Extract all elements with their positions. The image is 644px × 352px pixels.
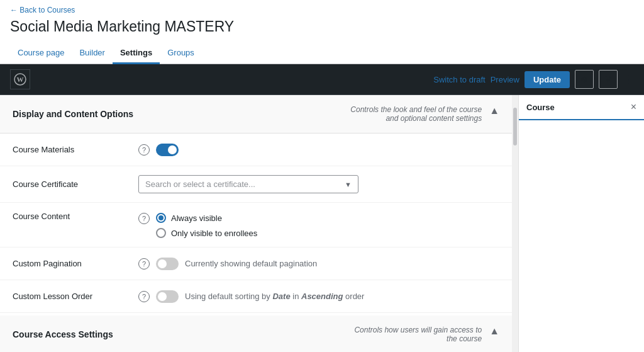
course-materials-help-icon[interactable]: ? [138,144,150,156]
course-materials-label: Course Materials [13,145,138,154]
course-content-control: ? Always visible Only visible to enrolle… [138,212,499,238]
switch-draft-button[interactable]: Switch to draft [433,75,485,84]
course-access-section-header: Course Access Settings Controls how user… [0,315,512,352]
custom-lesson-order-toggle[interactable] [156,290,179,303]
tabs-row: Course page Builder Settings Groups [0,43,644,64]
custom-pagination-toggle[interactable] [156,258,179,270]
wp-toolbar: W Switch to draft Preview Update ⚙ V ⋮ [0,64,644,95]
course-certificate-label: Course Certificate [13,179,138,189]
course-materials-control: ? [138,144,499,156]
only-enrollees-option[interactable]: Only visible to enrollees [156,228,257,238]
toolbar-actions: Switch to draft Preview Update ⚙ V ⋮ [433,70,634,89]
more-options-button[interactable]: ⋮ [623,72,634,86]
settings-content: Display and Content Options Controls the… [0,95,512,352]
custom-pagination-label: Custom Pagination [13,259,138,268]
course-certificate-control: Search or select a certificate... ▼ [138,175,499,193]
page-title: Social Media Marketing MASTERY [10,18,634,35]
course-materials-row: Course Materials ? [0,133,512,166]
custom-lesson-order-slider [156,290,179,303]
tab-settings[interactable]: Settings [113,43,160,64]
course-certificate-row: Course Certificate Search or select a ce… [0,166,512,203]
tab-builder[interactable]: Builder [72,43,112,64]
course-access-title: Course Access Settings [13,329,113,339]
course-access-collapse-icon[interactable]: ▲ [489,326,499,337]
tab-course-page[interactable]: Course page [10,43,72,64]
course-materials-toggle[interactable] [156,144,179,156]
custom-pagination-help-icon[interactable]: ? [138,258,150,270]
always-visible-option[interactable]: Always visible [156,213,257,223]
course-materials-slider [156,144,179,156]
custom-lesson-order-row: Custom Lesson Order ? Using default sort… [0,280,512,313]
more-icon: ⋮ [623,72,634,86]
custom-lesson-order-desc: Using default sorting by Date in Ascendi… [185,292,364,301]
cert-placeholder: Search or select a certificate... [145,179,255,189]
custom-lesson-order-control: ? Using default sorting by Date in Ascen… [138,290,499,303]
custom-pagination-slider [156,258,179,270]
always-visible-radio [156,213,166,223]
gear-icon: ⚙ [580,75,588,84]
custom-lesson-order-help-icon[interactable]: ? [138,291,150,302]
custom-pagination-control: ? Currently showing default pagination [138,258,499,270]
sidebar-title: Course [526,103,555,112]
v-icon: V [605,74,611,84]
display-content-title: Display and Content Options [13,109,133,119]
preview-button[interactable]: Preview [491,75,519,84]
gear-button[interactable]: ⚙ [575,70,594,89]
collapse-icon[interactable]: ▲ [489,105,499,116]
sidebar-header: Course × [519,95,644,120]
course-content-label: Course Content [13,212,138,221]
course-certificate-dropdown[interactable]: Search or select a certificate... ▼ [138,175,358,193]
custom-lesson-order-label: Custom Lesson Order [13,292,138,301]
back-to-courses-link[interactable]: ← Back to Courses [10,6,75,14]
tab-groups[interactable]: Groups [160,43,202,64]
course-content-help-icon[interactable]: ? [138,213,150,224]
main-layout: Display and Content Options Controls the… [0,95,644,352]
course-content-radio-group: Always visible Only visible to enrollees [156,213,257,238]
chevron-down-icon: ▼ [345,181,352,188]
scrollbar[interactable] [512,95,518,352]
display-content-description: Controls the look and feel of the course… [343,105,482,123]
only-enrollees-radio [156,228,166,238]
only-enrollees-label: Only visible to enrollees [171,229,257,238]
svg-text:W: W [17,76,24,83]
always-visible-label: Always visible [171,213,222,223]
custom-pagination-desc: Currently showing default pagination [185,259,317,268]
course-access-description: Controls how users will gain access to t… [343,326,482,343]
v-icon-button[interactable]: V [599,70,618,89]
custom-pagination-row: Custom Pagination ? Currently showing de… [0,247,512,280]
wp-logo: W [10,69,30,89]
scrollbar-thumb [513,108,517,145]
sidebar-close-button[interactable]: × [631,101,636,113]
course-content-row: Course Content ? Always visible Only vis… [0,203,512,247]
display-content-section-header: Display and Content Options Controls the… [0,95,512,133]
update-button[interactable]: Update [525,71,570,88]
right-sidebar: Course × [518,95,644,352]
